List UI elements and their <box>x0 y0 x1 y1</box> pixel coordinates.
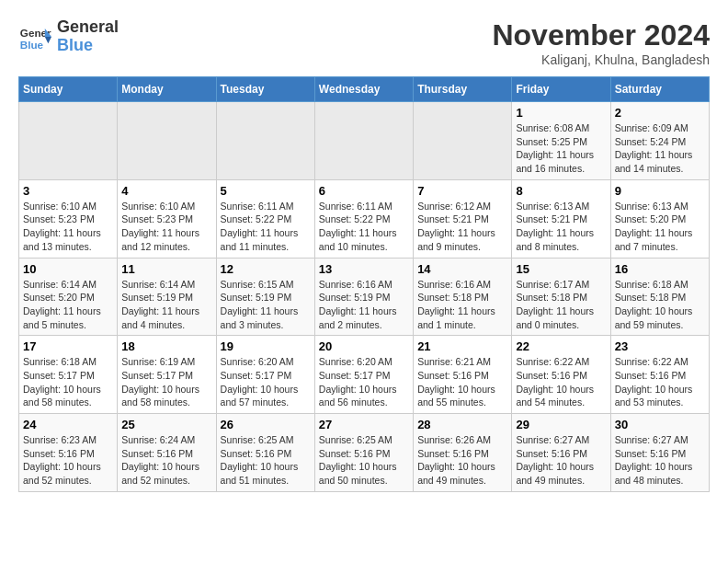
calendar-week-3: 10Sunrise: 6:14 AM Sunset: 5:20 PM Dayli… <box>19 258 710 336</box>
calendar-cell <box>19 102 118 180</box>
calendar-cell: 19Sunrise: 6:20 AM Sunset: 5:17 PM Dayli… <box>216 336 314 414</box>
day-info: Sunrise: 6:16 AM Sunset: 5:18 PM Dayligh… <box>417 278 507 332</box>
day-info: Sunrise: 6:27 AM Sunset: 5:16 PM Dayligh… <box>615 433 705 488</box>
day-number: 28 <box>417 418 507 431</box>
day-number: 11 <box>121 262 211 276</box>
day-number: 12 <box>221 262 311 276</box>
day-info: Sunrise: 6:18 AM Sunset: 5:17 PM Dayligh… <box>23 355 113 409</box>
day-info: Sunrise: 6:15 AM Sunset: 5:19 PM Dayligh… <box>221 278 311 332</box>
svg-text:Blue: Blue <box>20 38 44 50</box>
logo-line2: Blue <box>57 37 119 55</box>
day-number: 10 <box>23 262 113 276</box>
day-number: 23 <box>615 339 705 353</box>
day-info: Sunrise: 6:10 AM Sunset: 5:23 PM Dayligh… <box>23 200 113 254</box>
calendar-week-1: 1Sunrise: 6:08 AM Sunset: 5:25 PM Daylig… <box>19 102 710 180</box>
day-number: 3 <box>23 184 113 198</box>
day-number: 29 <box>516 418 606 431</box>
day-number: 27 <box>319 418 409 431</box>
day-number: 5 <box>221 184 311 198</box>
day-info: Sunrise: 6:25 AM Sunset: 5:16 PM Dayligh… <box>319 433 409 488</box>
day-info: Sunrise: 6:20 AM Sunset: 5:17 PM Dayligh… <box>319 355 409 409</box>
calendar-cell: 18Sunrise: 6:19 AM Sunset: 5:17 PM Dayli… <box>118 336 216 414</box>
day-number: 18 <box>121 339 211 353</box>
calendar-cell <box>414 102 512 180</box>
title-area: November 2024 Kaliganj, Khulna, Banglade… <box>492 18 710 67</box>
day-info: Sunrise: 6:14 AM Sunset: 5:19 PM Dayligh… <box>121 278 211 332</box>
day-info: Sunrise: 6:10 AM Sunset: 5:23 PM Dayligh… <box>121 200 211 254</box>
calendar-cell: 27Sunrise: 6:25 AM Sunset: 5:16 PM Dayli… <box>314 414 413 492</box>
logo: General Blue General Blue <box>18 18 119 55</box>
logo-icon: General Blue <box>18 20 51 53</box>
calendar-cell: 20Sunrise: 6:20 AM Sunset: 5:17 PM Dayli… <box>314 336 413 414</box>
day-number: 25 <box>121 418 211 431</box>
svg-marker-3 <box>45 37 51 43</box>
day-info: Sunrise: 6:13 AM Sunset: 5:21 PM Dayligh… <box>516 200 606 254</box>
day-number: 15 <box>516 262 606 276</box>
calendar-cell <box>216 102 314 180</box>
calendar-cell: 6Sunrise: 6:11 AM Sunset: 5:22 PM Daylig… <box>314 179 413 258</box>
day-info: Sunrise: 6:08 AM Sunset: 5:25 PM Dayligh… <box>516 121 606 176</box>
weekday-header-monday: Monday <box>118 77 216 102</box>
calendar-header-row: SundayMondayTuesdayWednesdayThursdayFrid… <box>19 77 710 102</box>
day-number: 2 <box>615 106 705 120</box>
day-number: 4 <box>121 184 211 198</box>
day-info: Sunrise: 6:13 AM Sunset: 5:20 PM Dayligh… <box>615 200 705 254</box>
calendar-cell: 30Sunrise: 6:27 AM Sunset: 5:16 PM Dayli… <box>610 414 709 492</box>
day-number: 7 <box>417 184 507 198</box>
calendar-cell: 3Sunrise: 6:10 AM Sunset: 5:23 PM Daylig… <box>19 179 118 258</box>
calendar-cell: 13Sunrise: 6:16 AM Sunset: 5:19 PM Dayli… <box>314 258 413 336</box>
weekday-header-wednesday: Wednesday <box>314 77 413 102</box>
location: Kaliganj, Khulna, Bangladesh <box>492 52 710 67</box>
day-info: Sunrise: 6:18 AM Sunset: 5:18 PM Dayligh… <box>615 278 705 332</box>
day-number: 17 <box>23 339 113 353</box>
calendar-cell: 14Sunrise: 6:16 AM Sunset: 5:18 PM Dayli… <box>414 258 512 336</box>
calendar-cell: 28Sunrise: 6:26 AM Sunset: 5:16 PM Dayli… <box>414 414 512 492</box>
calendar-cell <box>118 102 216 180</box>
day-info: Sunrise: 6:09 AM Sunset: 5:24 PM Dayligh… <box>615 121 705 176</box>
day-info: Sunrise: 6:11 AM Sunset: 5:22 PM Dayligh… <box>319 200 409 254</box>
day-number: 19 <box>221 339 311 353</box>
day-info: Sunrise: 6:16 AM Sunset: 5:19 PM Dayligh… <box>319 278 409 332</box>
calendar-cell: 25Sunrise: 6:24 AM Sunset: 5:16 PM Dayli… <box>118 414 216 492</box>
calendar-week-5: 24Sunrise: 6:23 AM Sunset: 5:16 PM Dayli… <box>19 414 710 492</box>
day-info: Sunrise: 6:22 AM Sunset: 5:16 PM Dayligh… <box>615 355 705 409</box>
day-number: 9 <box>615 184 705 198</box>
day-info: Sunrise: 6:24 AM Sunset: 5:16 PM Dayligh… <box>121 433 211 488</box>
day-number: 14 <box>417 262 507 276</box>
day-number: 1 <box>516 106 606 120</box>
day-info: Sunrise: 6:23 AM Sunset: 5:16 PM Dayligh… <box>23 433 113 488</box>
calendar-cell: 24Sunrise: 6:23 AM Sunset: 5:16 PM Dayli… <box>19 414 118 492</box>
calendar-body: 1Sunrise: 6:08 AM Sunset: 5:25 PM Daylig… <box>19 102 710 492</box>
day-info: Sunrise: 6:11 AM Sunset: 5:22 PM Dayligh… <box>221 200 311 254</box>
calendar-cell: 2Sunrise: 6:09 AM Sunset: 5:24 PM Daylig… <box>610 102 709 180</box>
month-title: November 2024 <box>492 18 710 52</box>
day-number: 20 <box>319 339 409 353</box>
day-number: 16 <box>615 262 705 276</box>
calendar-cell: 21Sunrise: 6:21 AM Sunset: 5:16 PM Dayli… <box>414 336 512 414</box>
day-info: Sunrise: 6:14 AM Sunset: 5:20 PM Dayligh… <box>23 278 113 332</box>
calendar-cell: 22Sunrise: 6:22 AM Sunset: 5:16 PM Dayli… <box>512 336 610 414</box>
calendar-cell: 29Sunrise: 6:27 AM Sunset: 5:16 PM Dayli… <box>512 414 610 492</box>
calendar-cell: 23Sunrise: 6:22 AM Sunset: 5:16 PM Dayli… <box>610 336 709 414</box>
day-number: 21 <box>417 339 507 353</box>
day-info: Sunrise: 6:22 AM Sunset: 5:16 PM Dayligh… <box>516 355 606 409</box>
day-info: Sunrise: 6:26 AM Sunset: 5:16 PM Dayligh… <box>417 433 507 488</box>
day-number: 26 <box>221 418 311 431</box>
calendar-cell: 9Sunrise: 6:13 AM Sunset: 5:20 PM Daylig… <box>610 179 709 258</box>
calendar-table: SundayMondayTuesdayWednesdayThursdayFrid… <box>18 76 710 492</box>
calendar-cell: 17Sunrise: 6:18 AM Sunset: 5:17 PM Dayli… <box>19 336 118 414</box>
calendar-cell: 10Sunrise: 6:14 AM Sunset: 5:20 PM Dayli… <box>19 258 118 336</box>
calendar-cell <box>314 102 413 180</box>
calendar-cell: 1Sunrise: 6:08 AM Sunset: 5:25 PM Daylig… <box>512 102 610 180</box>
calendar-cell: 16Sunrise: 6:18 AM Sunset: 5:18 PM Dayli… <box>610 258 709 336</box>
calendar-cell: 8Sunrise: 6:13 AM Sunset: 5:21 PM Daylig… <box>512 179 610 258</box>
logo-line1: General <box>57 18 119 37</box>
weekday-header-thursday: Thursday <box>414 77 512 102</box>
day-info: Sunrise: 6:27 AM Sunset: 5:16 PM Dayligh… <box>516 433 606 488</box>
day-info: Sunrise: 6:25 AM Sunset: 5:16 PM Dayligh… <box>221 433 311 488</box>
day-info: Sunrise: 6:20 AM Sunset: 5:17 PM Dayligh… <box>221 355 311 409</box>
calendar-cell: 5Sunrise: 6:11 AM Sunset: 5:22 PM Daylig… <box>216 179 314 258</box>
calendar-cell: 7Sunrise: 6:12 AM Sunset: 5:21 PM Daylig… <box>414 179 512 258</box>
calendar-week-4: 17Sunrise: 6:18 AM Sunset: 5:17 PM Dayli… <box>19 336 710 414</box>
calendar-week-2: 3Sunrise: 6:10 AM Sunset: 5:23 PM Daylig… <box>19 179 710 258</box>
